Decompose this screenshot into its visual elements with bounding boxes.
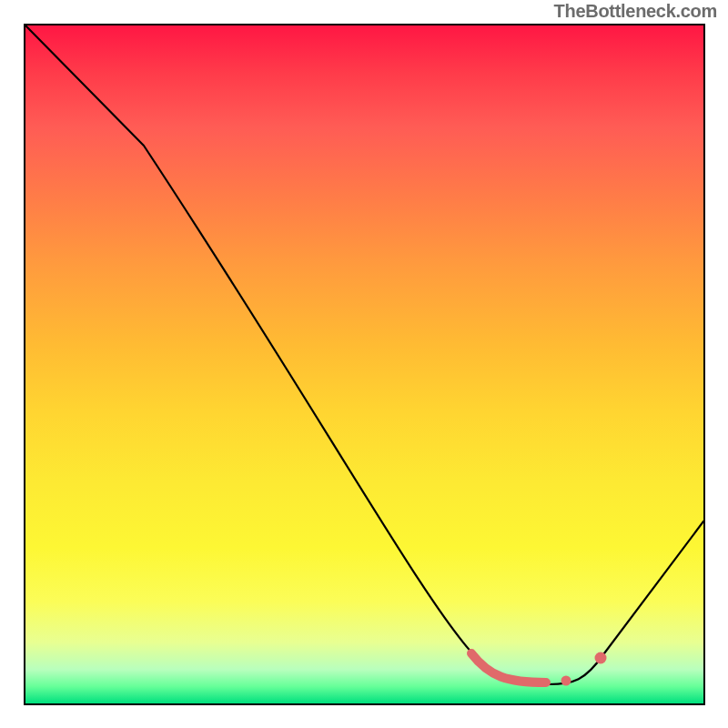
attribution-text: TheBottleneck.com — [554, 1, 717, 22]
highlight-dot-2 — [595, 652, 607, 664]
plot-area — [24, 24, 705, 705]
highlight-segment — [471, 653, 546, 682]
highlight-dot-1 — [561, 676, 571, 686]
curve-layer — [25, 25, 703, 703]
chart-container: TheBottleneck.com — [0, 0, 728, 728]
bottleneck-curve — [25, 25, 703, 684]
